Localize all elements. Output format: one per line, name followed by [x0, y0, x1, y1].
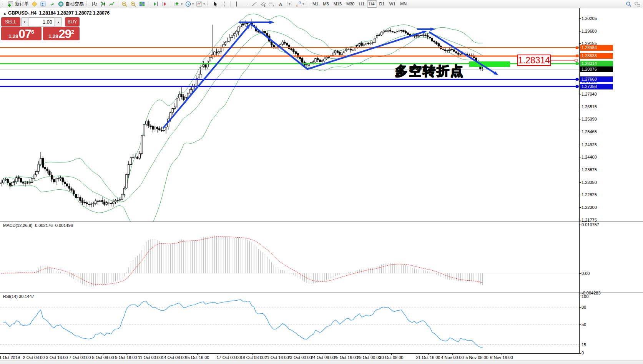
signals-button[interactable]	[48, 0, 56, 8]
auto-trading-button-label: 自动交易	[65, 1, 84, 7]
trend-arrow-line[interactable]	[251, 24, 307, 69]
x-axis-label: 3 Oct 16:00	[46, 355, 68, 360]
time-axis: 1 Oct 20192 Oct 08:003 Oct 16:007 Oct 00…	[0, 354, 579, 360]
macd-indicator-pane[interactable]	[0, 222, 579, 293]
templates-button[interactable]: ▾	[195, 0, 206, 8]
crosshair-button[interactable]	[220, 0, 229, 8]
chinese-note-annotation[interactable]: 多空转折点	[395, 63, 464, 80]
price-level-badge: 1.28633	[580, 53, 613, 59]
search-button[interactable]	[624, 0, 633, 8]
candle-body	[295, 52, 296, 54]
x-axis-tick	[502, 354, 502, 355]
volume-increase-button[interactable]: ▲	[55, 17, 62, 26]
y-axis-label: 1.24925	[582, 142, 597, 147]
main-price-chart[interactable]	[0, 8, 579, 222]
timeframe-button-h1[interactable]: H1	[357, 0, 367, 8]
candle-body	[438, 44, 439, 46]
cursor-button[interactable]	[211, 0, 220, 8]
horizontal-line-button[interactable]	[241, 0, 250, 8]
x-axis-label: 11 Oct 00:00	[138, 355, 162, 360]
templates-icon	[196, 1, 203, 7]
sell-price-sup: 6	[31, 30, 34, 34]
new-order-button-label: 新订单	[15, 1, 29, 7]
axis-tick	[579, 307, 581, 308]
buy-price-sup: 2	[71, 30, 74, 34]
text-label-button[interactable]: T	[285, 0, 294, 8]
arrows-icon	[295, 1, 302, 7]
y-axis-label: 1.23350	[582, 180, 597, 185]
sell-button[interactable]: SELL	[1, 17, 20, 26]
candle-body	[84, 202, 85, 203]
candle-body	[104, 202, 105, 205]
candle-body	[312, 62, 314, 63]
trendline-button[interactable]	[250, 0, 259, 8]
timeframe-button-mn[interactable]: MN	[398, 0, 409, 8]
fibonacci-button[interactable]: F	[268, 0, 276, 8]
candle-body	[403, 31, 404, 32]
volume-decrease-button[interactable]: ▼	[21, 17, 28, 26]
macd-axis-label: 0.00	[582, 271, 590, 276]
candle-body	[93, 204, 94, 204]
pane-splitter[interactable]	[0, 222, 643, 223]
timeframe-button-w1[interactable]: W1	[387, 0, 398, 8]
bar-chart-button[interactable]	[90, 0, 99, 8]
candle-body	[284, 42, 286, 43]
panel-collapse-icon[interactable]: ▲	[3, 12, 7, 15]
timeframe-button-h4[interactable]: H4	[367, 0, 377, 8]
timeframe-button-m15[interactable]: M15	[331, 0, 344, 8]
line-chart-button[interactable]	[108, 0, 116, 8]
zoom-out-button[interactable]	[129, 0, 138, 8]
candle-body	[27, 183, 28, 183]
toolbar-grip	[307, 1, 309, 7]
candle-body	[242, 24, 244, 25]
periods-icon	[185, 1, 191, 7]
chat-button[interactable]	[633, 0, 642, 8]
candle-body	[38, 164, 39, 171]
buy-price-button[interactable]: 1.28 29 2	[43, 27, 80, 40]
arrows-button[interactable]: ▾	[294, 0, 305, 8]
y-axis-label: 1.22300	[582, 205, 597, 210]
auto-scroll-button[interactable]	[151, 0, 160, 8]
indicators-button[interactable]: ▾	[173, 0, 184, 8]
buy-button[interactable]: BUY	[65, 17, 80, 26]
pane-splitter[interactable]	[0, 293, 643, 294]
timeframe-button-d1[interactable]: D1	[377, 0, 387, 8]
volume-input[interactable]	[28, 18, 55, 26]
rsi-indicator-pane[interactable]	[0, 293, 579, 353]
candle-body	[16, 178, 17, 182]
green-zone-rectangle[interactable]	[469, 61, 510, 67]
toolbar-separator	[118, 1, 118, 7]
text-button[interactable]: A	[276, 0, 285, 8]
timeframe-button-m30[interactable]: M30	[344, 0, 357, 8]
new-order-button[interactable]: 新订单	[6, 0, 30, 8]
candle-chart-button[interactable]	[99, 0, 108, 8]
equidistant-channel-button[interactable]: E	[259, 0, 268, 8]
zoom-in-button[interactable]	[120, 0, 129, 8]
trend-arrow-line[interactable]	[163, 27, 248, 128]
periods-button[interactable]: ▾	[184, 0, 195, 8]
candle-body	[117, 200, 118, 201]
trendline-icon	[251, 1, 258, 7]
market-watch-button[interactable]	[39, 0, 48, 8]
styles-button[interactable]	[30, 0, 39, 8]
auto-trading-button[interactable]: 自动交易	[56, 0, 85, 8]
tile-windows-button[interactable]	[138, 0, 146, 8]
axis-tick	[579, 18, 581, 19]
timeframe-button-m1[interactable]: M1	[310, 0, 321, 8]
candle-body	[115, 200, 116, 202]
timeframe-button-m5[interactable]: M5	[321, 0, 331, 8]
vertical-line-button[interactable]	[232, 0, 241, 8]
search-icon	[625, 1, 632, 7]
x-axis-tick	[10, 354, 10, 355]
candle-body	[5, 179, 6, 180]
candle-body	[174, 107, 176, 109]
chart-shift-button[interactable]	[160, 0, 169, 8]
candle-body	[53, 179, 55, 182]
candle-body	[223, 45, 224, 48]
price-tag-annotation[interactable]: 1.28314	[517, 55, 551, 66]
candle-body	[95, 201, 96, 204]
sell-price-button[interactable]: 1.28 07 6	[1, 27, 42, 40]
candle-body	[130, 157, 131, 164]
candle-body	[379, 35, 380, 36]
chevron-down-icon: ▾	[192, 2, 194, 6]
